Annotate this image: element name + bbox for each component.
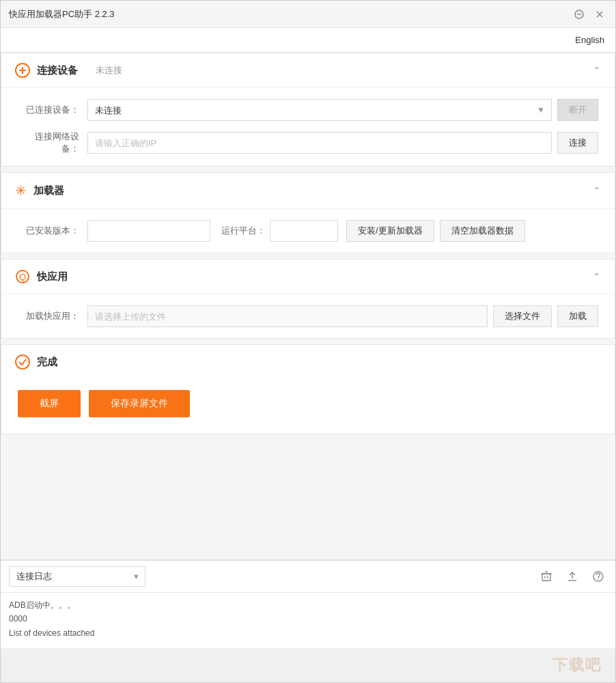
connected-device-label: 已连接设备： (18, 104, 79, 116)
app-window: 快应用加载器PC助手 2.2.3 English (0, 0, 616, 683)
log-line-1: ADB启动中。。。 (9, 598, 607, 612)
minimize-button[interactable] (572, 7, 587, 22)
connect-status: 未连接 (96, 64, 122, 76)
network-device-label: 连接网络设备： (18, 130, 79, 155)
loader-icon: ✳ (15, 182, 27, 199)
quickapp-title: 快应用 (37, 270, 68, 283)
complete-buttons: 截屏 保存录屏文件 (1, 379, 615, 434)
log-panel: 连接日志 ▼ (1, 559, 615, 648)
close-icon (595, 10, 604, 19)
title-bar-controls (572, 7, 607, 22)
connect-icon-svg (18, 66, 27, 75)
select-file-button[interactable]: 选择文件 (493, 305, 552, 327)
loader-chevron-icon[interactable]: ⌃ (593, 185, 601, 196)
connect-chevron-icon[interactable]: ⌃ (593, 65, 601, 76)
load-quickapp-button[interactable]: 加载 (557, 305, 598, 327)
loader-header-left: ✳ 加载器 (15, 182, 64, 199)
log-line-2: 0000 (9, 612, 607, 626)
language-bar: English (1, 28, 615, 53)
quickapp-header-left: Q 快应用 (15, 269, 68, 284)
connected-device-select-wrapper: 未连接 ▼ (87, 99, 552, 121)
upload-icon (566, 570, 578, 583)
loader-section: ✳ 加载器 ⌃ 已安装版本： 未安装 运行平台： 未安装 安装/更新加载器 清空… (1, 172, 615, 253)
connect-icon (15, 63, 30, 78)
installed-version-input: 未安装 (87, 220, 210, 242)
connect-title: 连接设备 (37, 64, 78, 77)
install-update-button[interactable]: 安装/更新加载器 (346, 220, 434, 242)
watermark-text: 下载吧 (552, 655, 602, 675)
network-device-row: 连接网络设备： 连接 (18, 130, 598, 155)
log-toolbar: 连接日志 ▼ (1, 561, 615, 593)
svg-point-16 (598, 579, 599, 580)
complete-title: 完成 (37, 356, 57, 369)
disconnect-button[interactable]: 断开 (557, 99, 598, 121)
log-actions (537, 569, 607, 584)
svg-text:Q: Q (19, 272, 26, 282)
loader-title: 加载器 (33, 184, 64, 197)
connect-header-left: 连接设备 未连接 (15, 63, 122, 78)
app-title: 快应用加载器PC助手 2.2.3 (9, 8, 115, 20)
loader-section-header: ✳ 加载器 ⌃ (1, 173, 615, 209)
quickapp-chevron-icon[interactable]: ⌃ (593, 271, 601, 282)
trash-icon (540, 570, 552, 583)
complete-section: 完成 截屏 保存录屏文件 (1, 344, 615, 434)
quickapp-icon: Q (15, 269, 30, 284)
network-ip-input[interactable] (87, 132, 552, 154)
title-bar-left: 快应用加载器PC助手 2.2.3 (9, 8, 115, 20)
upload-log-button[interactable] (563, 569, 581, 584)
connected-device-select[interactable]: 未连接 (87, 99, 552, 121)
language-selector[interactable]: English (575, 35, 604, 45)
connected-device-row: 已连接设备： 未连接 ▼ 断开 (18, 99, 598, 121)
watermark-area: 下载吧 (1, 648, 615, 682)
clear-log-button[interactable] (537, 569, 555, 584)
checkmark-icon (18, 357, 27, 367)
connect-section: 连接设备 未连接 ⌃ 已连接设备： 未连接 ▼ 断开 (1, 53, 615, 167)
quickapp-row: 加载快应用： 选择文件 加载 (18, 305, 598, 327)
connect-section-body: 已连接设备： 未连接 ▼ 断开 连接网络设备： 连接 (1, 88, 615, 166)
close-button[interactable] (592, 7, 607, 22)
spacer-area (1, 440, 615, 508)
connect-button[interactable]: 连接 (557, 132, 598, 154)
quickapp-section: Q 快应用 ⌃ 加载快应用： 选择文件 加载 (1, 259, 615, 339)
complete-header: 完成 (1, 345, 615, 379)
log-line-3: List of devices attached (9, 626, 607, 640)
main-content: 连接设备 未连接 ⌃ 已连接设备： 未连接 ▼ 断开 (1, 53, 615, 559)
log-type-select[interactable]: 连接日志 (9, 566, 145, 587)
quickapp-section-header: Q 快应用 ⌃ (1, 260, 615, 294)
log-select-wrapper: 连接日志 ▼ (9, 566, 145, 587)
minimize-icon (574, 10, 584, 19)
screenshot-button[interactable]: 截屏 (18, 390, 81, 417)
save-recording-button[interactable]: 保存录屏文件 (89, 390, 190, 417)
svg-rect-8 (542, 574, 550, 581)
loader-section-body: 已安装版本： 未安装 运行平台： 未安装 安装/更新加载器 清空加载器数据 (1, 209, 615, 253)
load-quickapp-label: 加载快应用： (18, 310, 79, 322)
installed-version-label: 已安装版本： (18, 225, 79, 237)
log-content: ADB启动中。。。 0000 List of devices attached (1, 593, 615, 648)
help-icon (592, 570, 604, 583)
platform-label: 运行平台： (221, 225, 266, 237)
title-bar: 快应用加载器PC助手 2.2.3 (1, 1, 615, 28)
help-button[interactable] (589, 569, 607, 584)
complete-icon (15, 354, 30, 370)
quickapp-file-input (87, 305, 488, 327)
loader-row: 已安装版本： 未安装 运行平台： 未安装 安装/更新加载器 清空加载器数据 (18, 220, 598, 242)
clear-loader-data-button[interactable]: 清空加载器数据 (440, 220, 525, 242)
platform-value-input: 未安装 (270, 220, 338, 242)
connect-section-header: 连接设备 未连接 ⌃ (1, 53, 615, 88)
quickapp-section-body: 加载快应用： 选择文件 加载 (1, 294, 615, 338)
